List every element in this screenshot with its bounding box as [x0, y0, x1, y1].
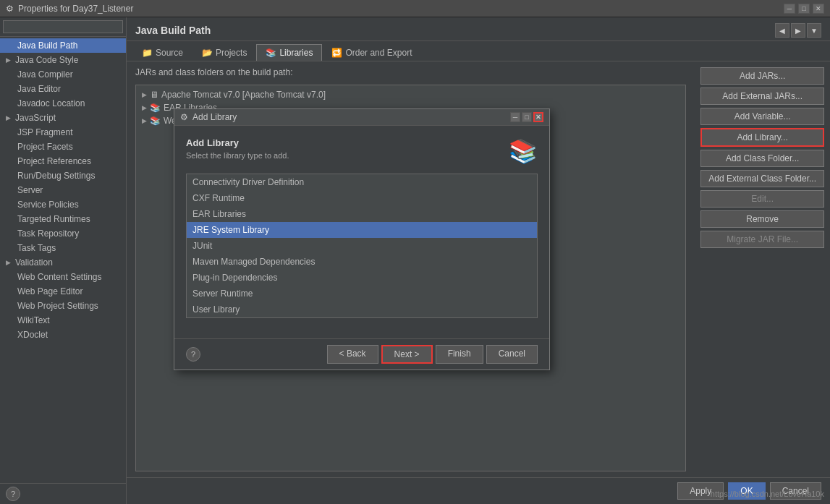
section-label: JARs and class folders on the build path… — [135, 67, 686, 77]
dialog-header-text: Add Library Select the library type to a… — [186, 137, 289, 160]
dialog-header: Add Library Select the library type to a… — [186, 137, 538, 165]
migrate-jar-button: Migrate JAR File... — [700, 231, 824, 248]
dropdown-nav-button[interactable]: ▼ — [807, 23, 821, 38]
cancel-footer-button[interactable]: Cancel — [770, 482, 821, 500]
sidebar-item-java-compiler[interactable]: Java Compiler — [0, 67, 126, 82]
maximize-button[interactable]: □ — [798, 4, 810, 14]
sidebar-item-label: Run/Debug Settings — [17, 171, 95, 181]
sidebar-item-targeted-runtimes[interactable]: Targeted Runtimes — [0, 212, 126, 226]
sidebar-bottom: ? — [0, 483, 126, 504]
add-external-jars-button[interactable]: Add External JARs... — [700, 87, 824, 105]
tree-item-apache-tomcat[interactable]: ▶🖥Apache Tomcat v7.0 [Apache Tomcat v7.0… — [139, 88, 682, 101]
library-item-connectivity-driver[interactable]: Connectivity Driver Definition — [187, 174, 537, 190]
dialog-library-icon: 📚 — [509, 137, 538, 165]
dialog-next-button[interactable]: Next > — [381, 345, 433, 364]
sidebar-item-wikitext[interactable]: WikiText — [0, 313, 126, 328]
sidebar-item-label: Web Page Editor — [17, 286, 83, 296]
add-class-folder-button[interactable]: Add Class Folder... — [700, 150, 824, 167]
sidebar-item-web-page-editor[interactable]: Web Page Editor — [0, 284, 126, 299]
sidebar-item-javascript[interactable]: ▶JavaScript — [0, 111, 126, 125]
dialog-header-title: Add Library — [186, 137, 289, 148]
minimize-button[interactable]: ─ — [784, 4, 795, 14]
tab-icon-order-export: 🔁 — [331, 48, 342, 58]
sidebar-tree: Java Build Path▶Java Code StyleJava Comp… — [0, 37, 126, 483]
sidebar-item-validation[interactable]: ▶Validation — [0, 255, 126, 270]
tree-arrow-icon: ▶ — [142, 117, 147, 124]
expand-arrow-icon: ▶ — [6, 114, 11, 121]
sidebar-item-label: Project Facets — [17, 142, 73, 152]
library-item-user-library[interactable]: User Library — [187, 302, 537, 317]
dialog-content: Add Library Select the library type to a… — [174, 126, 549, 338]
ok-footer-button[interactable]: OK — [728, 482, 765, 500]
tab-libraries[interactable]: 📚Libraries — [256, 44, 322, 61]
sidebar-item-java-editor[interactable]: Java Editor — [0, 82, 126, 96]
tabs-bar: 📁Source📂Projects📚Libraries🔁Order and Exp… — [127, 41, 830, 61]
nav-buttons: ◀ ▶ ▼ — [775, 23, 821, 38]
dialog-title-text: Add Library — [192, 112, 237, 122]
sidebar-item-xdoclet[interactable]: XDoclet — [0, 328, 126, 342]
dialog-cancel-button[interactable]: Cancel — [486, 345, 538, 364]
dialog-help-button[interactable]: ? — [186, 347, 200, 362]
sidebar-search-area — [0, 17, 126, 37]
dialog-footer: ? < BackNext >FinishCancel — [174, 338, 549, 370]
close-button[interactable]: ✕ — [813, 4, 824, 14]
tab-label-libraries: Libraries — [279, 48, 313, 58]
tab-icon-libraries: 📚 — [266, 48, 276, 58]
tree-item-label: Apache Tomcat v7.0 [Apache Tomcat v7.0] — [161, 90, 326, 100]
remove-button[interactable]: Remove — [700, 210, 824, 228]
sidebar-item-project-facets[interactable]: Project Facets — [0, 140, 126, 154]
sidebar-item-label: Java Editor — [17, 84, 61, 94]
sidebar-item-java-build-path[interactable]: Java Build Path — [0, 38, 126, 53]
tab-projects[interactable]: 📂Projects — [192, 44, 256, 61]
sidebar-item-label: Web Project Settings — [17, 301, 98, 311]
library-item-maven-managed[interactable]: Maven Managed Dependencies — [187, 254, 537, 270]
sidebar-item-javadoc-location[interactable]: Javadoc Location — [0, 96, 126, 111]
title-bar-text: Properties for Day37_Listener — [18, 4, 133, 14]
tab-order-export[interactable]: 🔁Order and Export — [322, 44, 421, 61]
forward-nav-button[interactable]: ▶ — [791, 23, 805, 38]
apply-footer-button[interactable]: Apply — [677, 482, 724, 500]
sidebar-item-server[interactable]: Server — [0, 183, 126, 197]
expand-arrow-icon: ▶ — [6, 56, 11, 64]
sidebar: Java Build Path▶Java Code StyleJava Comp… — [0, 17, 127, 504]
tree-item-icon: 🖥 — [150, 90, 158, 100]
sidebar-item-service-policies[interactable]: Service Policies — [0, 197, 126, 212]
dialog-maximize-button[interactable]: □ — [522, 112, 532, 122]
sidebar-item-project-references[interactable]: Project References — [0, 154, 126, 168]
title-bar-controls: ─ □ ✕ — [784, 4, 824, 14]
dialog-minimize-button[interactable]: ─ — [510, 112, 520, 122]
library-item-ear-libraries[interactable]: EAR Libraries — [187, 206, 537, 222]
sidebar-help-button[interactable]: ? — [6, 487, 20, 501]
sidebar-item-run-debug-settings[interactable]: Run/Debug Settings — [0, 168, 126, 183]
add-library-button[interactable]: Add Library... — [700, 128, 824, 147]
tab-source[interactable]: 📁Source — [132, 44, 192, 61]
sidebar-item-label: Task Repository — [17, 228, 79, 239]
sidebar-item-label: JavaScript — [15, 113, 56, 123]
sidebar-item-label: Service Policies — [17, 200, 79, 210]
dialog-back-button[interactable]: < Back — [327, 345, 378, 364]
library-item-cxf-runtime[interactable]: CXF Runtime — [187, 190, 537, 206]
tab-label-order-export: Order and Export — [345, 48, 412, 58]
add-jars-button[interactable]: Add JARs... — [700, 67, 824, 85]
sidebar-item-jsp-fragment[interactable]: JSP Fragment — [0, 125, 126, 140]
sidebar-item-web-project-settings[interactable]: Web Project Settings — [0, 299, 126, 313]
library-item-server-runtime[interactable]: Server Runtime — [187, 286, 537, 302]
library-item-plug-in-dependencies[interactable]: Plug-in Dependencies — [187, 270, 537, 286]
sidebar-item-task-tags[interactable]: Task Tags — [0, 241, 126, 255]
add-variable-button[interactable]: Add Variable... — [700, 108, 824, 125]
dialog-close-button[interactable]: ✕ — [533, 112, 543, 122]
sidebar-item-task-repository[interactable]: Task Repository — [0, 226, 126, 241]
library-item-junit[interactable]: JUnit — [187, 238, 537, 254]
add-external-class-folder-button[interactable]: Add External Class Folder... — [700, 170, 824, 187]
library-item-web-app-libraries-item[interactable]: Web App Libraries — [187, 317, 537, 318]
sidebar-item-label: Java Code Style — [15, 55, 78, 65]
library-item-jre-system-library[interactable]: JRE System Library — [187, 222, 537, 238]
sidebar-item-web-content-settings[interactable]: Web Content Settings — [0, 270, 126, 284]
sidebar-item-label: Targeted Runtimes — [17, 214, 90, 224]
sidebar-item-java-code-style[interactable]: ▶Java Code Style — [0, 53, 126, 67]
edit-button: Edit... — [700, 190, 824, 208]
back-nav-button[interactable]: ◀ — [775, 23, 789, 38]
library-list: Connectivity Driver DefinitionCXF Runtim… — [186, 174, 538, 318]
sidebar-item-label: Validation — [15, 257, 53, 268]
sidebar-search-input[interactable] — [3, 20, 123, 33]
